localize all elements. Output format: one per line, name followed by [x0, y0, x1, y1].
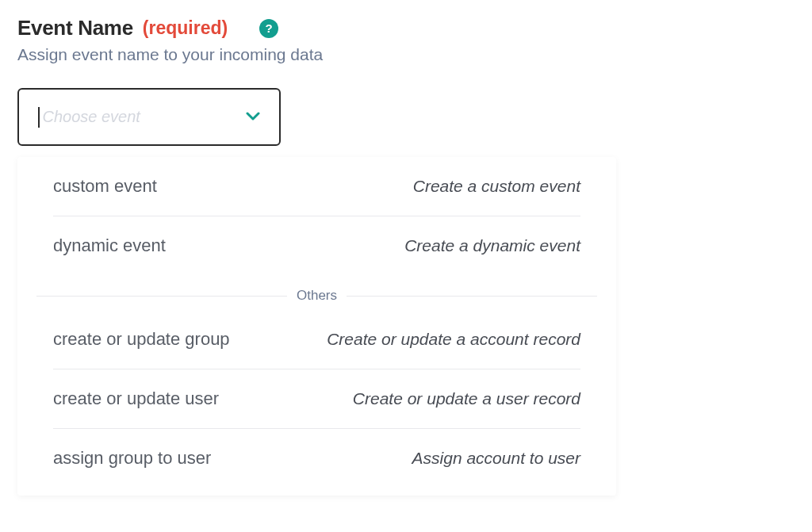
option-label: dynamic event: [53, 235, 166, 256]
divider-line: [347, 296, 597, 297]
option-label: custom event: [53, 176, 157, 197]
option-label: create or update user: [53, 388, 219, 409]
chevron-down-icon: [246, 110, 260, 124]
option-label: assign group to user: [53, 448, 211, 469]
group-divider: Others: [17, 275, 616, 310]
select-content: Choose event: [38, 107, 140, 128]
option-dynamic-event[interactable]: dynamic event Create a dynamic event: [17, 216, 616, 275]
option-assign-group-to-user[interactable]: assign group to user Assign account to u…: [17, 429, 616, 488]
option-custom-event[interactable]: custom event Create a custom event: [17, 157, 616, 216]
option-create-update-user[interactable]: create or update user Create or update a…: [17, 369, 616, 428]
required-label: (required): [143, 17, 228, 39]
option-desc: Assign account to user: [412, 449, 580, 468]
field-title: Event Name: [17, 16, 133, 40]
option-desc: Create or update a user record: [353, 389, 580, 408]
text-cursor: [38, 107, 40, 128]
event-select[interactable]: Choose event: [17, 88, 281, 146]
help-icon[interactable]: ?: [259, 19, 278, 38]
divider-line: [36, 296, 287, 297]
option-desc: Create or update a account record: [327, 330, 580, 349]
field-subtitle: Assign event name to your incoming data: [17, 45, 795, 64]
divider-label: Others: [297, 288, 337, 304]
option-desc: Create a custom event: [413, 177, 580, 196]
option-create-update-group[interactable]: create or update group Create or update …: [17, 310, 616, 369]
option-desc: Create a dynamic event: [404, 236, 580, 255]
option-label: create or update group: [53, 329, 230, 350]
select-placeholder: Choose event: [43, 108, 140, 126]
event-dropdown: custom event Create a custom event dynam…: [17, 157, 616, 496]
field-header: Event Name (required) ?: [17, 16, 795, 40]
